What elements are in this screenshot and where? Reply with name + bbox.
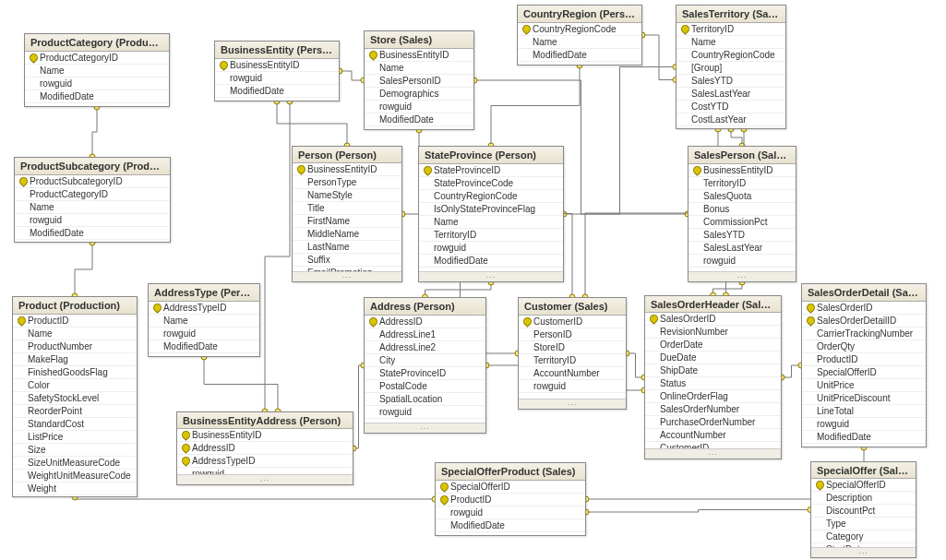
column-row[interactable]: rowguid — [15, 214, 170, 227]
column-row[interactable]: SpecialOfferID — [802, 366, 926, 379]
entity-Customer[interactable]: Customer (Sales)CustomerIDPersonIDStoreI… — [518, 297, 627, 410]
entity-header[interactable]: StateProvince (Person) — [419, 147, 563, 164]
column-row[interactable]: FinishedGoodsFlag — [13, 366, 137, 379]
entity-header[interactable]: Product (Production) — [13, 297, 137, 315]
entity-SpecialOffer[interactable]: SpecialOffer (Sales)SpecialOfferIDDescri… — [810, 461, 916, 558]
entity-header[interactable]: ProductCategory (Production) — [25, 34, 169, 52]
column-row[interactable]: StateProvinceID — [365, 367, 485, 380]
column-row[interactable]: Category — [811, 530, 916, 543]
entity-header[interactable]: SpecialOfferProduct (Sales) — [436, 463, 585, 481]
column-row[interactable]: CostYTD — [677, 101, 785, 113]
entity-Person[interactable]: Person (Person)BusinessEntityIDPersonTyp… — [292, 146, 402, 282]
column-row[interactable]: Weight — [13, 483, 137, 495]
column-row[interactable]: FirstName — [293, 215, 401, 228]
column-row[interactable]: rowguid — [365, 101, 473, 113]
entity-resize-grip[interactable]: ··· — [293, 272, 401, 281]
column-row[interactable]: Name — [13, 328, 137, 340]
column-row[interactable]: CountryRegionCode — [419, 190, 563, 203]
column-row[interactable]: SafetyStockLevel — [13, 392, 137, 405]
entity-ProductSubcategory[interactable]: ProductSubcategory (Production)ProductSu… — [14, 157, 171, 243]
column-row[interactable]: rowguid — [802, 418, 926, 431]
column-row[interactable]: AccountNumber — [645, 429, 781, 442]
column-row[interactable]: ModifiedDate — [419, 255, 563, 268]
column-row[interactable]: StateProvinceCode — [419, 177, 563, 190]
column-row[interactable]: Demographics — [365, 88, 473, 101]
column-row[interactable]: ModifiedDate — [215, 85, 339, 98]
column-row[interactable]: rowguid — [25, 77, 169, 90]
column-row[interactable]: OrderQty — [802, 340, 926, 353]
column-row[interactable]: ProductCategoryID — [25, 52, 169, 65]
column-row[interactable]: AccountNumber — [519, 367, 626, 380]
column-row[interactable]: TerritoryID — [519, 354, 626, 367]
column-row[interactable]: SizeUnitMeasureCode — [13, 457, 137, 470]
column-row[interactable]: TerritoryID — [419, 229, 563, 242]
entity-header[interactable]: AddressType (Person) — [149, 284, 259, 302]
column-row[interactable]: [Group] — [677, 62, 785, 75]
entity-header[interactable]: Person (Person) — [293, 147, 401, 163]
column-row[interactable]: rowguid — [436, 506, 585, 519]
column-row[interactable]: MiddleName — [293, 228, 401, 241]
column-row[interactable]: AddressLine2 — [365, 341, 485, 354]
column-row[interactable]: LineTotal — [802, 405, 926, 418]
entity-resize-grip[interactable]: ··· — [811, 548, 916, 557]
column-row[interactable]: SpecialOfferID — [436, 481, 585, 494]
column-row[interactable]: AddressLine1 — [365, 328, 485, 341]
column-row[interactable]: CountryRegionCode — [518, 23, 641, 36]
column-row[interactable]: BusinessEntityID — [365, 49, 473, 62]
column-row[interactable]: BusinessEntityID — [215, 59, 339, 72]
column-row[interactable]: Name — [15, 201, 170, 214]
column-row[interactable]: Name — [365, 62, 473, 75]
column-row[interactable]: ProductNumber — [13, 340, 137, 353]
entity-resize-grip[interactable]: ··· — [519, 399, 626, 409]
entity-BusinessEntityAddress[interactable]: BusinessEntityAddress (Person)BusinessEn… — [176, 411, 353, 485]
column-row[interactable]: rowguid — [519, 380, 626, 393]
column-row[interactable]: ProductID — [436, 494, 585, 506]
column-row[interactable]: Suffix — [293, 254, 401, 267]
column-row[interactable]: Name — [518, 36, 641, 49]
column-row[interactable]: StateProvinceID — [419, 164, 563, 177]
column-row[interactable]: Color — [13, 379, 137, 392]
column-row[interactable]: SalesLastYear — [689, 242, 796, 255]
column-row[interactable]: ProductID — [13, 315, 137, 328]
entity-AddressType[interactable]: AddressType (Person)AddressTypeIDNamerow… — [148, 283, 260, 357]
entity-SalesOrderDetail[interactable]: SalesOrderDetail (Sales)SalesOrderIDSale… — [801, 283, 927, 447]
entity-resize-grip[interactable]: ··· — [645, 449, 781, 459]
column-row[interactable]: ListPrice — [13, 431, 137, 444]
column-row[interactable]: ModifiedDate — [149, 340, 259, 353]
column-row[interactable]: CostLastYear — [677, 113, 785, 126]
column-row[interactable]: RevisionNumber — [645, 326, 781, 339]
column-row[interactable]: IsOnlyStateProvinceFlag — [419, 203, 563, 216]
column-row[interactable]: CustomerID — [645, 442, 781, 449]
entity-resize-grip[interactable]: ··· — [689, 272, 796, 281]
column-row[interactable]: TerritoryID — [689, 177, 796, 190]
column-row[interactable]: Name — [149, 315, 259, 328]
column-row[interactable]: OrderDate — [645, 339, 781, 351]
column-row[interactable]: WeightUnitMeasureCode — [13, 470, 137, 483]
column-row[interactable]: ModifiedDate — [25, 90, 169, 103]
column-row[interactable]: AddressID — [177, 442, 353, 455]
column-row[interactable]: TerritoryID — [677, 23, 785, 36]
entity-ProductCategory[interactable]: ProductCategory (Production)ProductCateg… — [24, 33, 170, 107]
entity-header[interactable]: SalesOrderDetail (Sales) — [802, 284, 926, 302]
entity-header[interactable]: CountryRegion (Person) — [518, 6, 641, 23]
entity-Product[interactable]: Product (Production)ProductIDNameProduct… — [12, 296, 138, 497]
column-row[interactable]: PersonID — [519, 328, 626, 341]
column-row[interactable]: CarrierTrackingNumber — [802, 328, 926, 340]
column-row[interactable]: SalesQuota — [689, 190, 796, 203]
column-row[interactable]: NameStyle — [293, 189, 401, 202]
column-row[interactable]: SalesOrderNumber — [645, 403, 781, 416]
column-row[interactable]: ModifiedDate — [518, 49, 641, 62]
entity-header[interactable]: SpecialOffer (Sales) — [811, 462, 916, 479]
column-row[interactable]: Name — [25, 65, 169, 77]
column-row[interactable]: SalesOrderID — [802, 302, 926, 315]
column-row[interactable]: CommissionPct — [689, 216, 796, 229]
column-row[interactable]: BusinessEntityID — [177, 429, 353, 442]
column-row[interactable]: ShipDate — [645, 364, 781, 377]
column-row[interactable]: SalesOrderID — [645, 313, 781, 326]
column-row[interactable]: Status — [645, 377, 781, 390]
column-row[interactable]: DueDate — [645, 351, 781, 364]
column-row[interactable]: Description — [811, 492, 916, 505]
column-row[interactable]: AddressID — [365, 316, 485, 328]
column-row[interactable]: rowguid — [215, 72, 339, 85]
column-row[interactable]: SpatialLocation — [365, 393, 485, 406]
